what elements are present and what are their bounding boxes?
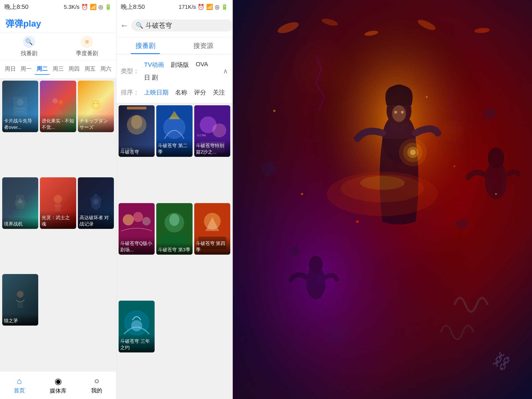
back-button[interactable]: ← xyxy=(120,21,129,30)
search-icon: 🔍 xyxy=(136,22,143,29)
mid-wifi-icon: ◎ xyxy=(215,4,219,10)
result-card-4-title: 斗破苍穹Q版小剧场... xyxy=(119,236,155,255)
svg-point-59 xyxy=(392,105,406,122)
season-anime-icon: ≡ xyxy=(81,36,93,48)
profile-label: 我的 xyxy=(91,387,102,394)
anime-card-2[interactable]: 进化果实 - 不知不觉... xyxy=(40,81,76,132)
sort-option-name[interactable]: 名称 xyxy=(173,87,190,98)
find-anime-icon: 🔍 xyxy=(23,36,35,48)
season-anime-tab[interactable]: ≡ 季度番剧 xyxy=(58,36,116,57)
left-time: 晚上8:50 xyxy=(4,3,29,11)
type-filter-label: 类型： xyxy=(121,67,139,75)
svg-point-82 xyxy=(495,193,497,195)
right-panel: ⛓ xyxy=(233,0,532,399)
svg-point-60 xyxy=(394,111,397,114)
filter-section: 类型： TV动画 剧场版 OVA 日 剧 ∧ 排序： 上映日期 名称 评分 关注 xyxy=(116,55,232,103)
anime-card-2-title: 进化果实 - 不知不觉... xyxy=(40,114,76,132)
profile-icon: ○ xyxy=(94,376,99,386)
search-type-tabs: 搜番剧 搜资源 xyxy=(116,37,232,55)
svg-point-35 xyxy=(123,214,134,225)
svg-rect-24 xyxy=(127,107,146,109)
anime-card-1[interactable]: 卡片战斗先导者over... xyxy=(2,81,38,132)
anime-card-6[interactable]: 高达破坏者 对战记录 xyxy=(78,177,114,229)
signal-icon: 📶 xyxy=(90,4,97,10)
home-label: 首页 xyxy=(14,387,25,394)
svg-point-14 xyxy=(54,195,62,203)
result-card-6[interactable]: 斗破苍穹 第四季 xyxy=(194,203,230,255)
svg-point-40 xyxy=(169,214,179,226)
result-card-1[interactable]: 阅文集团 斗破苍穹 xyxy=(119,105,155,157)
sort-option-date[interactable]: 上映日期 xyxy=(142,87,171,98)
result-card-2-title: 斗破苍穹 第二季 xyxy=(156,139,192,157)
home-tab[interactable]: ⌂ 首页 xyxy=(0,372,39,399)
day-tab-sat[interactable]: 周六 xyxy=(98,63,113,75)
day-tab-wed[interactable]: 周三 xyxy=(51,63,66,75)
svg-point-83 xyxy=(301,193,303,195)
sort-filter-row: 排序： 上映日期 名称 评分 关注 xyxy=(121,85,228,100)
svg-point-23 xyxy=(131,115,142,129)
sort-filter-label: 排序： xyxy=(121,88,139,97)
svg-point-19 xyxy=(17,291,24,298)
search-input[interactable] xyxy=(145,22,228,29)
svg-text:沙之润陵: 沙之润陵 xyxy=(197,134,206,137)
day-tab-sun[interactable]: 周日 xyxy=(3,63,18,75)
svg-point-18 xyxy=(93,199,99,204)
anime-card-5[interactable]: 光灵：武士之魂 xyxy=(40,177,76,229)
svg-rect-15 xyxy=(55,203,61,211)
day-tabs: 周日 周一 周二 周三 周四 周五 周六 xyxy=(0,60,116,78)
media-icon: ◉ xyxy=(55,376,62,386)
type-option-jdrama[interactable]: 日 剧 xyxy=(142,72,160,83)
anime-card-7[interactable]: 猫之茅 xyxy=(2,274,38,326)
svg-point-36 xyxy=(133,212,143,222)
mid-status-icons: 171K/s ⏰ 📶 ◎ 🔋 xyxy=(179,4,228,10)
anime-card-3[interactable]: チキップダンサーズ xyxy=(78,81,114,132)
type-option-movie[interactable]: 剧场版 xyxy=(168,60,191,70)
type-option-ova[interactable]: OVA xyxy=(193,60,210,70)
find-anime-tab[interactable]: 🔍 找番剧 xyxy=(0,36,58,57)
mid-battery-icon: 🔋 xyxy=(221,4,228,10)
mid-signal-icon: 📶 xyxy=(206,4,213,10)
artwork-svg xyxy=(233,0,532,399)
anime-card-1-title: 卡片战斗先导者over... xyxy=(2,114,38,132)
search-resource-tab[interactable]: 搜资源 xyxy=(175,37,233,54)
svg-rect-2 xyxy=(15,108,26,109)
result-card-6-title: 斗破苍穹 第四季 xyxy=(194,236,230,255)
home-icon: ⌂ xyxy=(17,376,22,386)
svg-point-47 xyxy=(131,320,142,331)
clock-icon: ⏰ xyxy=(81,4,88,10)
anime-card-3-title: チキップダンサーズ xyxy=(78,114,114,132)
search-anime-tab[interactable]: 搜番剧 xyxy=(116,37,175,54)
mid-time: 晚上8:50 xyxy=(121,3,145,11)
type-option-tv[interactable]: TV动画 xyxy=(142,60,166,70)
media-label: 媒体库 xyxy=(50,387,66,395)
mid-clock-icon: ⏰ xyxy=(198,4,204,10)
result-card-5-title: 斗破苍穹 第3季 xyxy=(156,243,192,255)
filter-toggle-icon[interactable]: ∧ xyxy=(223,67,228,75)
media-tab[interactable]: ◉ 媒体库 xyxy=(39,372,78,399)
result-card-1-title: 斗破苍穹 xyxy=(119,145,155,157)
sort-option-follow[interactable]: 关注 xyxy=(211,87,227,98)
day-tab-tue[interactable]: 周二 xyxy=(35,63,50,75)
result-card-2[interactable]: 斗破苍穹 第二季 xyxy=(156,105,192,157)
search-header: ← 🔍 搜索 xyxy=(116,14,232,37)
mid-speed: 171K/s xyxy=(179,4,196,10)
svg-point-4 xyxy=(52,98,58,104)
svg-point-37 xyxy=(142,217,150,225)
day-tab-thu[interactable]: 周四 xyxy=(66,63,81,75)
result-card-5[interactable]: 斗破苍穹 第3季 xyxy=(156,203,192,255)
sort-option-rating[interactable]: 评分 xyxy=(192,87,208,98)
profile-tab[interactable]: ○ 我的 xyxy=(77,372,116,399)
anime-card-4[interactable]: 境界战机 xyxy=(2,177,38,229)
day-tab-fri[interactable]: 周五 xyxy=(83,63,98,75)
result-card-7[interactable]: 斗破苍穹 三年之约 xyxy=(119,301,155,352)
result-card-4[interactable]: 斗破苍穹Q版小剧场... xyxy=(119,203,155,255)
day-tab-mon[interactable]: 周一 xyxy=(19,63,34,75)
svg-point-78 xyxy=(309,256,323,273)
svg-point-9 xyxy=(94,103,95,104)
left-status-icons: 5.3K/s ⏰ 📶 ◎ 🔋 xyxy=(64,4,112,10)
nav-tabs: 🔍 找番剧 ≡ 季度番剧 xyxy=(0,33,116,60)
svg-point-80 xyxy=(454,165,455,167)
anime-grid: 卡片战斗先导者over... 进化果实 - 不知不觉... チキップダンサーズ … xyxy=(0,78,116,371)
result-card-3[interactable]: 沙之润陵 斗破苍穹特别篇2沙之... xyxy=(194,105,230,157)
find-anime-label: 找番剧 xyxy=(21,50,37,57)
